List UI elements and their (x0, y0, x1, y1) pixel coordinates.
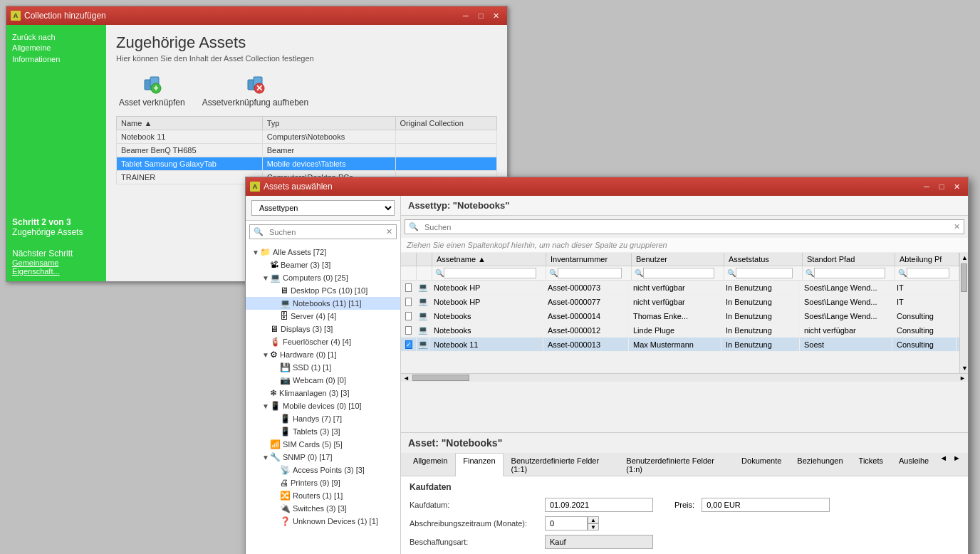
tab-scroll-left[interactable]: ◄ (937, 451, 950, 465)
tree-item[interactable]: 📶SIM Cards (5) [5] (246, 438, 400, 451)
tree-item[interactable]: 📡Access Points (3) [3] (246, 464, 400, 476)
tab-scroll-right[interactable]: ► (950, 451, 964, 465)
tab-finanzen[interactable]: Finanzen (455, 453, 503, 476)
tree-item[interactable]: 🗄Server (4) [4] (246, 310, 400, 323)
abschreibung-label: Abschreibungszeitraum (Monate): (410, 519, 538, 528)
tab-dokumente[interactable]: Dokumente (734, 453, 789, 476)
grid-row[interactable]: 💻NotebooksAsset-0000012Linde PlugeIn Ben… (401, 323, 959, 338)
tree-item[interactable]: ▼📱Mobile devices (0) [10] (246, 399, 400, 412)
tree-item[interactable]: 💾SSD (1) [1] (246, 361, 400, 374)
filter-input-0[interactable] (444, 268, 536, 278)
row-checkbox[interactable] (401, 324, 417, 337)
tree-toggle[interactable]: ▼ (261, 274, 270, 282)
unlink-asset-button[interactable]: ✕ Assetverknüpfung aufheben (199, 71, 311, 109)
col-type[interactable]: Typ (262, 117, 395, 130)
tree-item[interactable]: ▼🔧SNMP (0) [17] (246, 451, 400, 464)
row-checkbox[interactable] (401, 310, 417, 323)
filter-input-2[interactable] (643, 268, 714, 278)
grid-col-header[interactable]: Abteilung Pf (895, 253, 959, 266)
filter-input-5[interactable] (907, 268, 949, 278)
tree-item[interactable]: ▼⚙Hardware (0) [1] (246, 348, 400, 361)
col-name[interactable]: Name ▲ (117, 117, 263, 130)
tab-benutzerdefiniertefelder(1:n)[interactable]: Benutzerdefinierte Felder (1:n) (618, 453, 734, 476)
table-row[interactable]: Notebook 11Computers\Notebooks (117, 130, 497, 144)
tab-allgemein[interactable]: Allgemein (405, 453, 455, 476)
tree-search-clear[interactable]: ✕ (382, 225, 396, 239)
tree-toggle[interactable]: ▼ (251, 249, 260, 256)
unlink-asset-label: Assetverknüpfung aufheben (202, 98, 308, 108)
beschaffungsart-input[interactable] (545, 535, 653, 549)
tree-item[interactable]: 🖨Printers (9) [9] (246, 476, 400, 489)
tree-item-icon: 📡 (280, 465, 291, 475)
row-checkbox[interactable] (401, 296, 417, 308)
grid-col-header[interactable]: Benutzer (632, 253, 724, 266)
tab-tickets[interactable]: Tickets (851, 453, 891, 476)
tree-toggle[interactable]: ▼ (261, 402, 270, 410)
grid-row[interactable]: 💻Notebook HPAsset-0000077nicht verfügbar… (401, 295, 959, 309)
grid-col-header[interactable]: Standort Pfad (803, 253, 895, 266)
tree-item[interactable]: 📱Handys (7) [7] (246, 412, 400, 425)
tree-toggle[interactable]: ▼ (261, 454, 270, 461)
tree-search-input[interactable] (267, 226, 382, 239)
tree-toggle[interactable]: ▼ (261, 351, 270, 359)
tab-benutzerdefiniertefelder(1:1)[interactable]: Benutzerdefinierte Felder (1:1) (504, 453, 619, 476)
grid-row[interactable]: 💻Notebook 11Asset-0000013Max MustermannI… (401, 338, 959, 352)
grid-row[interactable]: 💻Notebook HPAsset-0000073nicht verfügbar… (401, 281, 959, 295)
tree-item[interactable]: ▼💻Computers (0) [25] (246, 271, 400, 284)
tree-item[interactable]: ❓Unknown Devices (1) [1] (246, 515, 400, 528)
spinbox-down[interactable]: ▼ (588, 523, 599, 531)
tab-beziehungen[interactable]: Beziehungen (789, 453, 850, 476)
grid-col-header[interactable]: Assetname ▲ (432, 253, 546, 266)
preis-input[interactable] (702, 498, 830, 512)
filter-input-3[interactable] (736, 268, 793, 278)
tree-item[interactable]: 🖥Displays (3) [3] (246, 323, 400, 335)
table-row[interactable]: Beamer BenQ TH685Beamer (117, 144, 497, 157)
tree-item[interactable]: 📽Beamer (3) [3] (246, 258, 400, 271)
grid-row[interactable]: 💻NotebooksAsset-0000014Thomas Enke...In … (401, 309, 959, 323)
sidebar-back-button[interactable]: Zurück nach Allgemeine Informationen (12, 31, 100, 66)
cell-user: nicht verfügbar (629, 281, 721, 294)
tree-item[interactable]: 💻Notebooks (11) [11] (246, 297, 400, 310)
row-checkbox[interactable] (401, 281, 417, 294)
right-search-clear[interactable]: ✕ (950, 220, 964, 234)
cell-origcollection (395, 144, 497, 157)
abschreibung-input[interactable] (545, 516, 588, 531)
filter-cell: 🔍 (432, 266, 546, 280)
kaufdatum-input[interactable] (545, 498, 653, 512)
grid-col-header[interactable]: Inventarnummer (546, 253, 632, 266)
asset-type-dropdown[interactable]: Assettypen (251, 200, 395, 216)
tree-item[interactable]: 📷Webcam (0) [0] (246, 374, 400, 387)
tree-item-icon: 🖥 (280, 286, 288, 296)
tree-item[interactable]: ▼📁Alle Assets [72] (246, 246, 400, 258)
dialog-close-button[interactable]: ✕ (949, 180, 964, 193)
table-row[interactable]: Tablet Samsung GalaxyTabMobile devices\T… (117, 157, 497, 171)
maximize-button[interactable]: □ (474, 9, 488, 22)
tab-ausleihe[interactable]: Ausleihe (891, 453, 937, 476)
svg-text:✕: ✕ (256, 83, 263, 93)
row-checkbox[interactable] (401, 338, 417, 351)
grid-col-header[interactable]: Assetstatus (724, 253, 803, 266)
abschreibung-spinbox[interactable]: ▲ ▼ (545, 516, 599, 531)
right-search-input[interactable] (422, 221, 950, 234)
minimize-button[interactable]: ─ (459, 9, 473, 22)
dialog-minimize-button[interactable]: ─ (919, 180, 934, 193)
right-panel-title: Assettyp: "Notebooks" (408, 200, 961, 211)
link-asset-button[interactable]: + Asset verknüpfen (116, 71, 188, 109)
filter-input-1[interactable] (558, 268, 622, 278)
spinbox-up[interactable]: ▲ (588, 516, 599, 523)
tree-item[interactable]: 🔀Routers (1) [1] (246, 489, 400, 502)
tree-item[interactable]: 🔌Switches (3) [3] (246, 502, 400, 515)
dialog-maximize-button[interactable]: □ (934, 180, 949, 193)
right-search-icon: 🔍 (405, 220, 422, 234)
col-origcollection[interactable]: Original Collection (395, 117, 497, 130)
tree-item[interactable]: ❄Klimaanlagen (3) [3] (246, 387, 400, 399)
grid-scrollbar[interactable]: ▲ ▼ (959, 253, 968, 373)
tree-item[interactable]: 🧯Feuerlöscher (4) [4] (246, 335, 400, 348)
close-button[interactable]: ✕ (489, 9, 503, 22)
next-step-link[interactable]: Gemeinsame Eigenschaft... (12, 258, 100, 276)
grid-hscrollbar[interactable]: ◄ ► (401, 373, 968, 382)
filter-input-4[interactable] (814, 268, 885, 278)
tree-item[interactable]: 🖥Desktop PCs (10) [10] (246, 284, 400, 297)
tree-item[interactable]: 📱Tablets (3) [3] (246, 425, 400, 438)
tree-area: ▼📁Alle Assets [72]📽Beamer (3) [3]▼💻Compu… (246, 243, 400, 554)
